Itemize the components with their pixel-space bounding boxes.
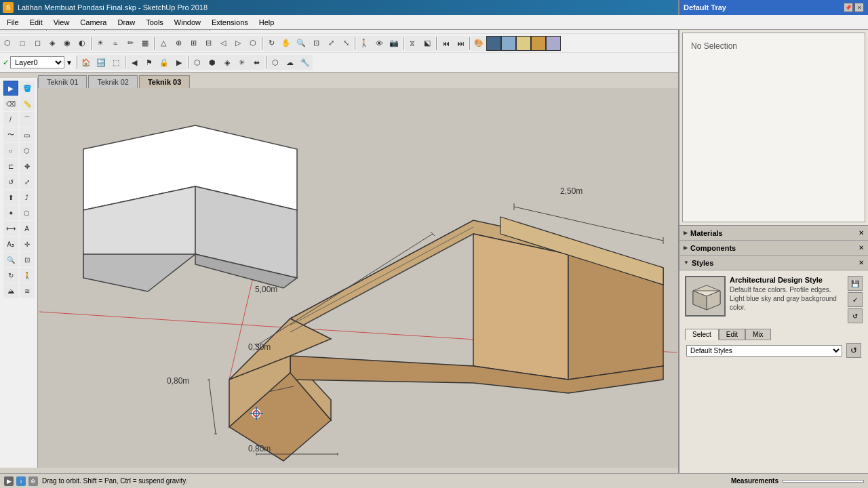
tab-teknik01[interactable]: Teknik 01: [38, 75, 87, 88]
monochrome-btn[interactable]: ◐: [75, 36, 90, 51]
layer-dropdown[interactable]: Layer0: [10, 56, 64, 68]
right-view-btn[interactable]: ▷: [231, 36, 245, 51]
walk-btn[interactable]: 🚶: [357, 36, 372, 51]
3dtext-btn[interactable]: A₃: [3, 237, 18, 251]
scale-btn[interactable]: ⤢: [20, 174, 35, 189]
line-tool-btn[interactable]: /: [3, 112, 18, 127]
extension-manager-btn[interactable]: 🔧: [298, 55, 313, 70]
position-cam-btn[interactable]: 📷: [387, 36, 401, 51]
hidden-line-btn[interactable]: ◻: [30, 36, 45, 51]
color1-btn[interactable]: [486, 36, 501, 51]
default-styles-select[interactable]: Default Styles Assorted Styles Color Set…: [686, 345, 842, 357]
edge-style-btn[interactable]: ✏: [123, 36, 138, 51]
menu-edit[interactable]: Edit: [24, 17, 48, 28]
face-style-btn[interactable]: ▦: [138, 36, 153, 51]
followme-btn[interactable]: ⤴: [20, 190, 35, 205]
components-close[interactable]: ✕: [859, 244, 864, 251]
iso-view-btn[interactable]: ⬡: [245, 36, 260, 51]
components-panel-header[interactable]: ▶ Components ✕: [679, 241, 868, 256]
component-btn[interactable]: ⬡: [190, 55, 205, 70]
color4-btn[interactable]: [531, 36, 546, 51]
shaded-texture-btn[interactable]: ◉: [60, 36, 75, 51]
home-btn[interactable]: 🏠: [79, 55, 94, 70]
nav-right-btn[interactable]: ▶: [172, 55, 186, 70]
orbit-btn[interactable]: ↻: [264, 36, 279, 51]
front-view-btn[interactable]: ⊞: [186, 36, 201, 51]
flip-along-btn[interactable]: ⬌: [250, 55, 264, 70]
walk-tool-btn[interactable]: 🚶: [20, 268, 35, 283]
xray-btn[interactable]: ⬡: [0, 36, 15, 51]
intersect-btn[interactable]: ✦: [3, 205, 18, 220]
paint-bucket-btn[interactable]: 🪣: [20, 81, 35, 96]
paint-btn[interactable]: 🎨: [471, 36, 486, 51]
arc-tool-btn[interactable]: ⌒: [20, 112, 35, 127]
solid-tools-btn[interactable]: ⬡: [268, 55, 283, 70]
pushpull-btn[interactable]: ⬆: [3, 190, 18, 205]
group-btn[interactable]: ⬢: [205, 55, 220, 70]
solid-union-btn[interactable]: ⬡: [20, 205, 35, 220]
tab-teknik03[interactable]: Teknik 03: [139, 75, 190, 88]
measurements-box[interactable]: [783, 480, 864, 483]
model-view-btn[interactable]: ⬚: [108, 55, 123, 70]
color2-btn[interactable]: [501, 36, 516, 51]
menu-tools[interactable]: Tools: [140, 17, 169, 28]
perspective-btn[interactable]: △: [156, 36, 171, 51]
polygon-btn[interactable]: ⬡: [20, 143, 35, 158]
offset-btn[interactable]: ⊏: [3, 159, 18, 174]
menu-window[interactable]: Window: [169, 17, 206, 28]
zoom-btn[interactable]: 🔍: [294, 36, 309, 51]
nav-left-btn[interactable]: ◀: [127, 55, 142, 70]
freehand-btn[interactable]: 〜: [3, 127, 18, 142]
style-tab-mix[interactable]: Mix: [745, 329, 771, 340]
styles-close[interactable]: ✕: [859, 259, 864, 266]
viewport[interactable]: 2,50m 5,00m 0,30m 0,80m 0,80m: [38, 88, 678, 468]
zoom-tool-btn[interactable]: 🔍: [3, 252, 18, 267]
materials-close[interactable]: ✕: [859, 229, 864, 237]
dimension-btn[interactable]: ⟷: [3, 221, 18, 236]
3dwarehouse-btn[interactable]: ☁: [283, 55, 298, 70]
lookaround-btn[interactable]: 👁: [372, 36, 387, 51]
menu-draw[interactable]: Draw: [112, 17, 140, 28]
top-view-btn[interactable]: ⊕: [171, 36, 186, 51]
menu-camera[interactable]: Camera: [75, 17, 112, 28]
orbit-tool-btn[interactable]: ↻: [3, 268, 18, 283]
tray-close-btn[interactable]: ✕: [854, 3, 864, 12]
menu-view[interactable]: View: [48, 17, 75, 28]
menu-file[interactable]: File: [1, 17, 24, 28]
zoom-previous-btn[interactable]: ⤡: [338, 36, 353, 51]
wireframe-btn[interactable]: □: [15, 36, 30, 51]
move-btn[interactable]: ✥: [20, 159, 35, 174]
color3-btn[interactable]: [516, 36, 531, 51]
axes-btn[interactable]: ✛: [20, 237, 35, 251]
scene-next-btn[interactable]: ⏭: [453, 36, 468, 51]
left-view-btn[interactable]: ◁: [216, 36, 231, 51]
section-plane-btn[interactable]: ⧖: [405, 36, 420, 51]
text-btn[interactable]: A: [20, 221, 35, 236]
materials-panel-header[interactable]: ▶ Materials ✕: [679, 226, 868, 241]
styles-panel-header[interactable]: ▼ Styles ✕: [679, 256, 868, 270]
nav-lock-btn[interactable]: 🔒: [157, 55, 172, 70]
tab-teknik02[interactable]: Teknik 02: [88, 75, 137, 88]
zoom-window-tool-btn[interactable]: ⊡: [20, 252, 35, 267]
style-refresh-btn[interactable]: ↺: [848, 308, 863, 323]
smoove-btn[interactable]: ≋: [20, 283, 35, 298]
color5-btn[interactable]: [546, 36, 561, 51]
rotate-btn[interactable]: ↺: [3, 174, 18, 189]
fog-btn[interactable]: ≈: [108, 36, 123, 51]
zoom-extents-btn[interactable]: ⤢: [323, 36, 338, 51]
menu-extensions[interactable]: Extensions: [206, 17, 254, 28]
shaded-btn[interactable]: ◈: [45, 36, 60, 51]
select-tool-btn[interactable]: ▶: [3, 81, 18, 96]
back-view-btn[interactable]: ⊟: [201, 36, 216, 51]
scene-prev-btn[interactable]: ⏮: [438, 36, 453, 51]
pan-btn[interactable]: ✋: [279, 36, 294, 51]
shadow-btn[interactable]: ☀: [93, 36, 108, 51]
rectangle-btn[interactable]: ▭: [20, 127, 35, 142]
circle-btn[interactable]: ○: [3, 143, 18, 158]
sandbox-btn[interactable]: ⛰: [3, 283, 18, 298]
nav-flag-btn[interactable]: ⚑: [142, 55, 157, 70]
styles-refresh-button[interactable]: ↺: [846, 343, 861, 358]
explode-btn[interactable]: ✳: [235, 55, 250, 70]
menu-help[interactable]: Help: [254, 17, 280, 28]
display-section-btn[interactable]: ⬕: [420, 36, 435, 51]
